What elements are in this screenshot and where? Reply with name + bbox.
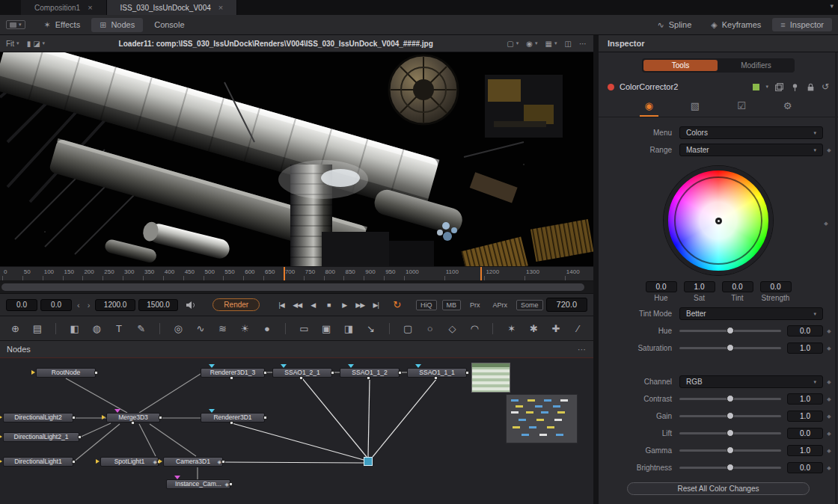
slider-value-box[interactable]: 0.0 [787, 325, 823, 336]
bspline-mask-icon[interactable]: ◠ [468, 323, 481, 334]
slider-handle[interactable] [727, 344, 734, 351]
stroke-icon[interactable]: ∕ [572, 323, 584, 334]
keyframe-icon[interactable]: ◆ [823, 147, 835, 153]
correction-tab[interactable]: ◉ [640, 99, 658, 117]
menu-dropdown[interactable]: Colors ▾ [679, 126, 823, 139]
inspector-button[interactable]: ≡ Inspector [772, 18, 832, 31]
scrollbar-handle[interactable] [1, 283, 584, 291]
ranges-tab[interactable]: ▧ [685, 99, 705, 117]
transform-icon[interactable]: ▭ [298, 323, 311, 334]
loader-icon[interactable]: ▤ [31, 323, 44, 334]
nodes-options-menu[interactable]: ⋯ [578, 345, 587, 354]
color-curves-icon[interactable]: ∿ [195, 323, 207, 334]
wheel-value-box[interactable]: 0.0 [646, 281, 677, 292]
keyframe-icon[interactable]: ◆ [823, 379, 835, 385]
slider-handle[interactable] [727, 395, 734, 402]
slider-handle[interactable] [727, 327, 734, 334]
slider-handle[interactable] [727, 464, 734, 471]
text-icon[interactable]: T [113, 323, 126, 334]
color-wheel[interactable] [664, 166, 773, 275]
background-icon[interactable]: ◧ [68, 323, 81, 334]
quality-button-hiq[interactable]: HiQ [416, 300, 437, 310]
ellipse-mask-icon[interactable]: ○ [423, 323, 436, 334]
nodes-button[interactable]: ⊞ Nodes [91, 18, 143, 32]
particle-emitter-icon[interactable]: ✶ [505, 323, 518, 334]
swatch-caret-icon[interactable]: ▾ [765, 84, 768, 90]
polygon-mask-icon[interactable]: ◇ [446, 323, 459, 334]
node-rootnode[interactable]: RootNode [36, 368, 96, 378]
slider-track[interactable] [679, 467, 781, 469]
tab-close-icon[interactable]: × [88, 3, 92, 12]
render-button[interactable]: Render [212, 298, 260, 311]
brightness-icon[interactable]: ☀ [239, 323, 251, 334]
node-directionallight1[interactable]: DirectionalLight1 [3, 457, 73, 467]
slider-value-box[interactable]: 1.0 [787, 393, 823, 405]
keyframe-icon[interactable]: ◆ [823, 328, 835, 334]
tab-close-icon[interactable]: × [218, 3, 223, 12]
loop-button[interactable]: ↻ [393, 299, 401, 310]
color-corrector-icon[interactable]: ◎ [172, 323, 185, 334]
tab-modifiers[interactable]: Modifiers [719, 60, 793, 71]
options-tab[interactable]: ☑ [732, 99, 751, 117]
timeline-playhead[interactable] [284, 267, 285, 280]
resize-icon[interactable]: ◨ [342, 323, 355, 334]
slider-value-box[interactable]: 0.0 [787, 462, 823, 473]
inspector-scrollbar[interactable] [835, 52, 837, 504]
lut-dropdown[interactable]: ◉ ▾ [526, 40, 537, 48]
node-ssao1-2-1[interactable]: SSAO1_2_1 [272, 368, 332, 378]
grid-dropdown[interactable]: ▦ ▾ [545, 40, 557, 48]
keyframe-icon[interactable]: ◆ [823, 465, 835, 471]
slider-track[interactable] [679, 330, 781, 332]
tab-composition1[interactable]: Composition1 × [21, 0, 107, 15]
slider-track[interactable] [679, 449, 781, 452]
reset-all-button[interactable]: Reset All Color Changes [627, 482, 810, 495]
wheel-value-box[interactable]: 1.0 [684, 281, 715, 292]
crop-icon[interactable]: ↘ [364, 323, 377, 334]
step-back-button[interactable]: ‹ [75, 301, 82, 310]
goto-start-button[interactable]: |◀ [275, 301, 288, 309]
viewer-panel[interactable] [0, 52, 593, 266]
node-ssao1-1-2[interactable]: SSAO1_1_2 [340, 368, 400, 378]
layout-select-dropdown[interactable]: ▾ [6, 20, 25, 29]
keyframe-icon[interactable]: ◆ [823, 448, 835, 454]
color-wheel-indicator[interactable] [715, 218, 722, 224]
timeline-scrollbar[interactable] [0, 281, 593, 294]
pin-icon[interactable] [790, 82, 800, 92]
panel-divider[interactable] [593, 35, 599, 504]
node-directionallight2[interactable]: DirectionalLight2 [3, 413, 73, 422]
dve-icon[interactable]: ▣ [320, 323, 333, 334]
settings-tab[interactable]: ⚙ [778, 99, 798, 117]
node-status-dot[interactable] [608, 84, 614, 90]
view-mode-dropdown[interactable]: ▮ ◪ ▾ [27, 40, 45, 48]
node-instance-cam[interactable]: Instance_Cam...◈ [166, 479, 230, 489]
quality-button-some[interactable]: Some [516, 300, 543, 310]
tab-tools[interactable]: Tools [643, 60, 718, 71]
blur-icon[interactable]: ● [261, 323, 274, 334]
tint-mode-dropdown[interactable]: Better ▾ [679, 307, 823, 320]
node-graph-canvas[interactable]: RootNodeRenderer3D1_3SSAO1_2_1SSAO1_1_2S… [0, 357, 593, 504]
viewer-options-menu[interactable]: ⋯ [579, 40, 587, 48]
render-end-field[interactable]: 1500.0 [138, 299, 178, 311]
channel-dropdown[interactable]: RGB ▾ [679, 375, 823, 388]
audio-icon[interactable] [186, 301, 196, 310]
slider-value-box[interactable]: 0.0 [787, 428, 823, 439]
slider-value-box[interactable]: 1.0 [787, 411, 823, 422]
node-camera3d1[interactable]: Camera3D1◈ [163, 457, 223, 467]
quality-button-aprx[interactable]: APrx [489, 301, 512, 310]
node-ssao1-1-1[interactable]: SSAO1_1_1 [407, 368, 467, 378]
merge-icon[interactable]: ◍ [91, 323, 103, 334]
slider-value-box[interactable]: 1.0 [787, 445, 823, 456]
slider-track[interactable] [679, 415, 781, 417]
fast-forward-button[interactable]: ▶▶ [353, 301, 367, 309]
split-view-button[interactable]: ◫ [565, 40, 572, 48]
node-merge3d3[interactable]: Merge3D3 [106, 413, 160, 422]
slider-handle[interactable] [727, 446, 734, 454]
slider-track[interactable] [679, 432, 781, 434]
step-forward-button[interactable]: › [85, 301, 93, 310]
keyframe-icon[interactable]: ◆ [820, 221, 832, 227]
fast-rewind-button[interactable]: ◀◀ [290, 301, 304, 309]
global-start-field[interactable]: 0.0 [6, 299, 37, 311]
keyframe-icon[interactable]: ◆ [823, 345, 835, 351]
particle-render-icon[interactable]: ✱ [527, 323, 540, 334]
paint-icon[interactable]: ✎ [135, 323, 147, 334]
